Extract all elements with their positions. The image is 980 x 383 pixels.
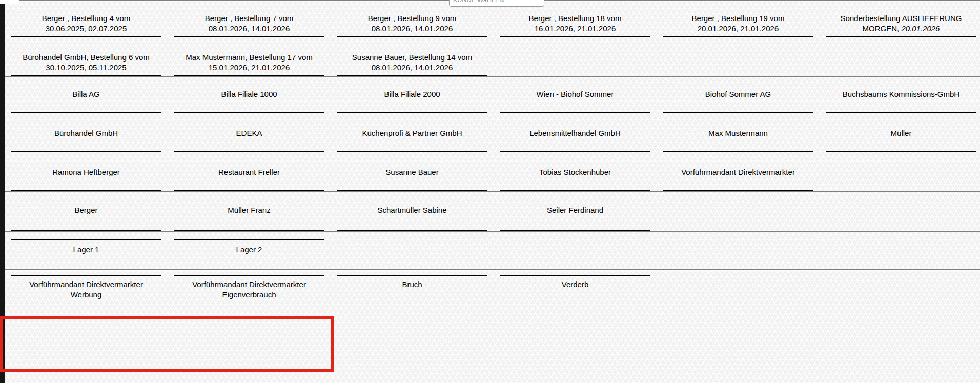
tile-label: Susanne Bauer, Bestellung 14 vom	[337, 52, 487, 63]
tile-label: Billa AG	[11, 89, 161, 99]
customer-button[interactable]: Biohof Sommer AG	[663, 85, 813, 113]
customer-button[interactable]: Restaurant Freller	[174, 163, 324, 191]
order-button[interactable]: Berger , Bestellung 7 vom08.01.2026, 14.…	[174, 9, 324, 37]
tile-label: Susanne Bauer	[337, 167, 487, 177]
order-button[interactable]: Bürohandel GmbH, Bestellung 6 vom30.10.2…	[11, 48, 161, 76]
tile-label: Bürohandel GmbH, Bestellung 6 vom	[11, 52, 161, 63]
tile-label: Bruch	[337, 279, 487, 290]
warehouse-button[interactable]: Lager 2	[174, 239, 324, 269]
order-button[interactable]: Berger , Bestellung 4 vom30.06.2025, 02.…	[11, 9, 161, 37]
tile-label: Tobias Stockenhuber	[500, 167, 650, 177]
order-button[interactable]: Berger , Bestellung 19 vom20.01.2026, 21…	[663, 9, 813, 37]
tile-label: 16.01.2026, 21.01.2026	[500, 24, 650, 34]
tile-label: Vorführmandant Direktvermarkter	[663, 167, 813, 177]
tile-label: Bürohandel GmbH	[11, 128, 161, 138]
order-button[interactable]: Sonderbestellung AUSLIEFERUNGMORGEN, 20.…	[826, 9, 976, 37]
section-divider	[0, 269, 980, 271]
special-booking-button[interactable]: Vorführmandant DirektvermarkterWerbung	[11, 275, 161, 305]
main-content: Berger , Bestellung 4 vom30.06.2025, 02.…	[0, 0, 980, 305]
customer-button[interactable]: Lebensmittelhandel GmbH	[500, 124, 650, 152]
tile-label: Biohof Sommer AG	[663, 89, 813, 99]
tile-label: Lebensmittelhandel GmbH	[500, 128, 650, 138]
customer-button[interactable]: EDEKA	[174, 124, 324, 152]
tile-label: Vorführmandant Direktvermarkter	[174, 279, 324, 290]
persons-section: BergerMüller FranzSchartmüller SabineSei…	[0, 200, 980, 231]
customer-button[interactable]: Wien - Biohof Sommer	[500, 85, 650, 113]
tile-label: Müller Franz	[174, 205, 324, 215]
customer-select-input[interactable]	[449, 0, 544, 7]
person-button[interactable]: Seiler Ferdinand	[500, 200, 650, 231]
customer-button[interactable]: Buchsbaums Kommissions-GmbH	[826, 85, 976, 113]
tile-label: Vorführmandant Direktvermarkter	[11, 279, 161, 290]
tile-label: Sonderbestellung AUSLIEFERUNG	[826, 13, 976, 24]
top-left-notch	[0, 0, 19, 4]
tile-label: Schartmüller Sabine	[337, 205, 487, 215]
tile-label: 30.06.2025, 02.07.2025	[11, 24, 161, 34]
tile-label: Max Mustermann, Bestellung 17 vom	[174, 52, 324, 63]
tile-label: Berger	[11, 205, 161, 215]
person-button[interactable]: Müller Franz	[174, 200, 324, 231]
tile-label: EDEKA	[174, 128, 324, 138]
special-booking-button[interactable]: Vorführmandant DirektvermarkterEigenverb…	[174, 275, 324, 305]
customer-button[interactable]: Billa Filiale 1000	[174, 85, 324, 113]
tile-label: Eigenverbrauch	[174, 290, 324, 300]
tile-label: 20.01.2026, 21.01.2026	[663, 24, 813, 34]
tile-label: 08.01.2026, 14.01.2026	[174, 24, 324, 34]
tile-label: Seiler Ferdinand	[500, 205, 650, 215]
tile-label: Berger , Bestellung 4 vom	[11, 13, 161, 24]
customer-button[interactable]: Max Mustermann	[663, 124, 813, 152]
customer-button[interactable]: Ramona Heftberger	[11, 163, 161, 191]
tile-label: Billa Filiale 2000	[337, 89, 487, 99]
customers-section: Billa AGBilla Filiale 1000Billa Filiale …	[0, 85, 980, 191]
special-section: Vorführmandant DirektvermarkterWerbungVo…	[0, 275, 980, 305]
warehouse-button[interactable]: Lager 1	[11, 239, 161, 269]
orders-section: Berger , Bestellung 4 vom30.06.2025, 02.…	[0, 9, 980, 76]
customer-button[interactable]: Vorführmandant Direktvermarkter	[663, 163, 813, 191]
tile-label: Berger , Bestellung 19 vom	[663, 13, 813, 24]
customer-button[interactable]: Billa Filiale 2000	[337, 85, 487, 113]
special-booking-button[interactable]: Bruch	[337, 275, 487, 305]
tile-label: 30.10.2025, 05.11.2025	[11, 63, 161, 73]
tile-label: Küchenprofi & Partner GmbH	[337, 128, 487, 138]
tile-label: Buchsbaums Kommissions-GmbH	[826, 89, 976, 99]
order-button[interactable]: Berger , Bestellung 18 vom16.01.2026, 21…	[500, 9, 650, 37]
tile-label: MORGEN, 20.01.2026	[826, 24, 976, 34]
tile-label: Max Mustermann	[663, 128, 813, 138]
order-button[interactable]: Susanne Bauer, Bestellung 14 vom08.01.20…	[337, 48, 487, 76]
tile-label: Restaurant Freller	[174, 167, 324, 177]
section-divider	[0, 191, 980, 192]
section-divider	[0, 76, 980, 77]
special-booking-button[interactable]: Verderb	[500, 275, 650, 305]
tile-label: 15.01.2026, 21.01.2026	[174, 63, 324, 73]
person-button[interactable]: Berger	[11, 200, 161, 231]
warehouses-section: Lager 1Lager 2	[0, 239, 980, 269]
tile-label: Verderb	[500, 279, 650, 290]
customer-button[interactable]: Küchenprofi & Partner GmbH	[337, 124, 487, 152]
customer-button[interactable]: Billa AG	[11, 85, 161, 113]
tile-label: Billa Filiale 1000	[174, 89, 324, 99]
tile-label: Berger , Bestellung 7 vom	[174, 13, 324, 24]
tile-label: Werbung	[11, 290, 161, 300]
person-button[interactable]: Schartmüller Sabine	[337, 200, 487, 231]
tile-label: Lager 2	[174, 245, 324, 255]
tile-label: 08.01.2026, 14.01.2026	[337, 63, 487, 73]
tile-label: Berger , Bestellung 18 vom	[500, 13, 650, 24]
order-button[interactable]: Berger , Bestellung 9 vom08.01.2026, 14.…	[337, 9, 487, 37]
tile-label: Müller	[826, 128, 976, 138]
tile-label: 08.01.2026, 14.01.2026	[337, 24, 487, 34]
left-edge-bar	[0, 4, 5, 383]
tile-label: Wien - Biohof Sommer	[500, 89, 650, 99]
tile-label: Berger , Bestellung 9 vom	[337, 13, 487, 24]
order-button[interactable]: Max Mustermann, Bestellung 17 vom15.01.2…	[174, 48, 324, 76]
customer-button[interactable]: Susanne Bauer	[337, 163, 487, 191]
customer-button[interactable]: Tobias Stockenhuber	[500, 163, 650, 191]
customer-button[interactable]: Bürohandel GmbH	[11, 124, 161, 152]
section-divider	[0, 231, 980, 232]
tile-label: Ramona Heftberger	[11, 167, 161, 177]
tile-label: Lager 1	[11, 245, 161, 255]
customer-button[interactable]: Müller	[826, 124, 976, 152]
